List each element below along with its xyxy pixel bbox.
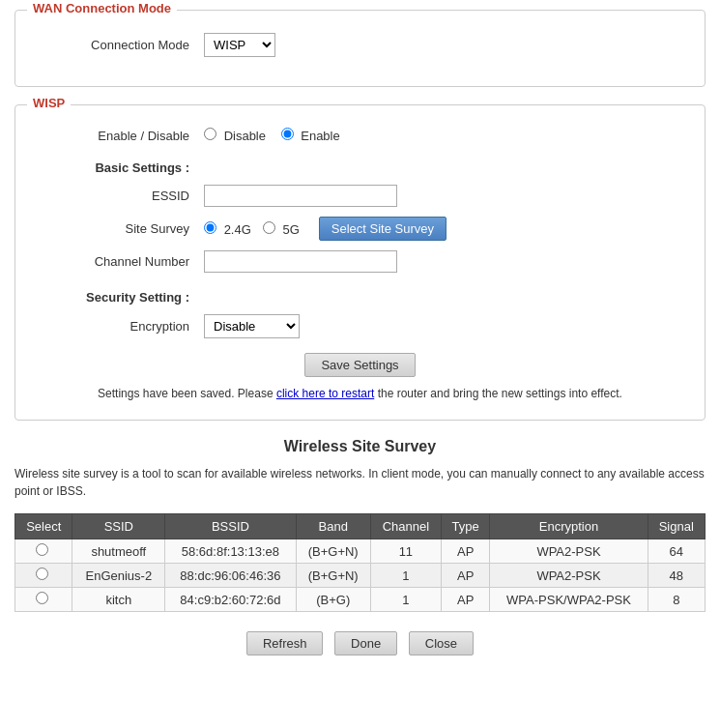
- disable-radio[interactable]: [204, 128, 216, 140]
- row-ssid-1: EnGenius-2: [72, 564, 165, 588]
- survey-title: Wireless Site Survey: [14, 438, 706, 455]
- row-channel-0: 11: [370, 539, 441, 564]
- refresh-button[interactable]: Refresh: [246, 631, 324, 655]
- row-encryption-0: WPA2-PSK: [490, 539, 648, 564]
- essid-row: ESSID: [35, 185, 685, 207]
- restart-link[interactable]: click here to restart: [276, 387, 374, 400]
- survey-radio-0[interactable]: [36, 543, 48, 556]
- disable-text: Disable: [224, 129, 266, 143]
- col-type: Type: [441, 514, 490, 539]
- survey-radio-2[interactable]: [36, 592, 48, 604]
- row-encryption-2: WPA-PSK/WPA2-PSK: [490, 588, 648, 612]
- connection-mode-row: Connection Mode WISP Static DHCP PPPoE: [35, 33, 685, 57]
- disable-radio-label[interactable]: Disable: [204, 129, 270, 143]
- channel-number-label: Channel Number: [35, 254, 189, 269]
- col-signal: Signal: [648, 514, 705, 539]
- row-channel-1: 1: [370, 564, 441, 588]
- row-encryption-1: WPA2-PSK: [490, 564, 648, 588]
- wan-section-legend: WAN Connection Mode: [27, 1, 177, 15]
- encryption-select[interactable]: Disable WEP WPA-PSK WPA2-PSK: [204, 314, 300, 338]
- site-survey-row: Site Survey 2.4G 5G Select Site Survey: [35, 217, 685, 241]
- enable-text: Enable: [301, 129, 339, 143]
- row-type-1: AP: [441, 564, 490, 588]
- band-5g-radio[interactable]: [263, 221, 275, 234]
- channel-number-row: Channel Number: [35, 250, 685, 273]
- enable-disable-controls: Disable Enable: [204, 128, 352, 143]
- row-band-1: (B+G+N): [296, 564, 370, 588]
- basic-settings-row: Basic Settings :: [35, 160, 685, 175]
- row-signal-2: 8: [648, 588, 705, 612]
- encryption-label: Encryption: [35, 319, 189, 334]
- essid-label: ESSID: [35, 189, 189, 203]
- essid-input[interactable]: [204, 185, 397, 207]
- enable-radio-label[interactable]: Enable: [281, 129, 340, 143]
- wisp-section: WISP Enable / Disable Disable Enable Bas…: [14, 104, 706, 421]
- notice-after: the router and bring the new settings in…: [378, 387, 622, 400]
- row-ssid-0: shutmeoff: [72, 539, 165, 564]
- row-type-2: AP: [441, 588, 490, 612]
- table-row: shutmeoff 58:6d:8f:13:13:e8 (B+G+N) 11 A…: [15, 539, 706, 564]
- col-ssid: SSID: [72, 514, 165, 539]
- table-row: EnGenius-2 88:dc:96:06:46:36 (B+G+N) 1 A…: [15, 564, 706, 588]
- save-row: Save Settings: [35, 353, 685, 377]
- done-button[interactable]: Done: [334, 631, 397, 655]
- row-select-1[interactable]: [15, 564, 72, 588]
- survey-table-header: Select SSID BSSID Band Channel Type Encr…: [15, 514, 706, 539]
- row-signal-0: 64: [648, 539, 705, 564]
- close-button[interactable]: Close: [409, 631, 474, 655]
- security-settings-label: Security Setting :: [35, 290, 189, 305]
- row-bssid-1: 88:dc:96:06:46:36: [165, 564, 296, 588]
- enable-disable-row: Enable / Disable Disable Enable: [35, 128, 685, 143]
- row-band-0: (B+G+N): [296, 539, 370, 564]
- band-24g-radio[interactable]: [204, 221, 216, 234]
- col-select: Select: [15, 514, 72, 539]
- wireless-site-survey-section: Wireless Site Survey Wireless site surve…: [14, 438, 706, 655]
- enable-disable-label: Enable / Disable: [35, 129, 189, 143]
- notice-text: Settings have been saved. Please click h…: [35, 387, 685, 400]
- table-row: kitch 84:c9:b2:60:72:6d (B+G) 1 AP WPA-P…: [15, 588, 706, 612]
- row-signal-1: 48: [648, 564, 705, 588]
- band-24g-text: 2.4G: [224, 222, 251, 237]
- notice-before: Settings have been saved. Please: [98, 387, 273, 400]
- row-bssid-0: 58:6d:8f:13:13:e8: [165, 539, 296, 564]
- wisp-section-legend: WISP: [27, 96, 71, 110]
- connection-mode-select[interactable]: WISP Static DHCP PPPoE: [204, 33, 275, 57]
- row-select-2[interactable]: [15, 588, 72, 612]
- survey-radio-1[interactable]: [36, 568, 48, 580]
- save-settings-button[interactable]: Save Settings: [304, 353, 415, 377]
- channel-number-input[interactable]: [204, 250, 397, 273]
- row-band-2: (B+G): [296, 588, 370, 612]
- row-ssid-2: kitch: [72, 588, 165, 612]
- row-type-0: AP: [441, 539, 490, 564]
- connection-mode-label: Connection Mode: [35, 38, 189, 52]
- survey-description: Wireless site survey is a tool to scan f…: [14, 465, 706, 500]
- basic-settings-label: Basic Settings :: [35, 160, 189, 175]
- enable-radio[interactable]: [281, 128, 294, 140]
- wan-connection-mode-section: WAN Connection Mode Connection Mode WISP…: [14, 10, 706, 87]
- row-channel-2: 1: [370, 588, 441, 612]
- encryption-row: Encryption Disable WEP WPA-PSK WPA2-PSK: [35, 314, 685, 338]
- survey-table: Select SSID BSSID Band Channel Type Encr…: [14, 513, 706, 612]
- band-24g-label[interactable]: 2.4G: [204, 221, 251, 237]
- row-select-0[interactable]: [15, 539, 72, 564]
- col-channel: Channel: [370, 514, 441, 539]
- survey-button-row: Refresh Done Close: [14, 631, 706, 655]
- col-bssid: BSSID: [165, 514, 296, 539]
- security-settings-row: Security Setting :: [35, 290, 685, 305]
- select-site-survey-button[interactable]: Select Site Survey: [319, 217, 446, 241]
- band-5g-text: 5G: [282, 222, 299, 237]
- row-bssid-2: 84:c9:b2:60:72:6d: [165, 588, 296, 612]
- site-survey-label: Site Survey: [35, 221, 189, 236]
- col-band: Band: [296, 514, 370, 539]
- band-5g-label[interactable]: 5G: [263, 221, 300, 237]
- col-encryption: Encryption: [490, 514, 648, 539]
